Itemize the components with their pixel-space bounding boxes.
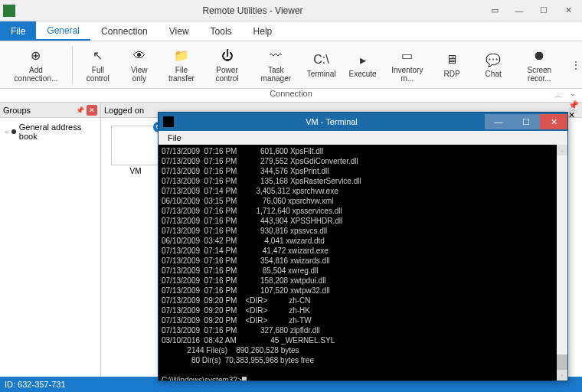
groups-header: Groups [3,106,31,115]
logged-on-header: Logged on [104,106,144,115]
terminal-title: VM - Terminal [178,117,485,126]
ribbon-toggle-icon[interactable]: ▭ [484,3,505,18]
ribbon-view-only[interactable]: 👁View only [119,46,160,84]
ribbon-terminal[interactable]: C:\Terminal [301,50,342,80]
rdp-icon: 🖥 [443,51,460,68]
terminal-icon: C:\ [313,51,330,68]
ribbon-screen-recor-[interactable]: ⏺Screen recor... [514,46,564,84]
tab-connection[interactable]: Connection [90,21,159,41]
status-dot-icon [11,129,16,134]
activity-icon: 〰 [267,47,284,64]
terminal-maximize-button[interactable]: ☐ [512,114,540,129]
connection-thumbnail[interactable]: ↻ VM [109,126,162,175]
terminal-file-menu[interactable]: File [163,133,186,142]
plus-circle-icon: ⊕ [28,47,44,64]
tab-tools[interactable]: Tools [200,21,243,41]
app-icon [3,5,15,17]
ribbon-execute[interactable]: ▸Execute [342,50,384,80]
ribbon-section-label: Connection [270,89,312,98]
terminal-minimize-button[interactable]: — [485,114,512,129]
terminal-cursor [242,377,247,381]
ribbon-expand-icon[interactable]: ⌄ [570,90,576,97]
ribbon-chat[interactable]: 💬Chat [472,50,514,80]
scrollbar-thumb[interactable] [557,354,567,370]
terminal-window[interactable]: VM - Terminal — ☐ ✕ File 07/13/2009 07:1… [158,112,568,381]
minimize-button[interactable]: — [508,3,530,18]
ribbon-inventory-m-[interactable]: ▭Inventory m... [384,46,432,84]
scroll-up-icon[interactable]: ▴ [557,145,567,155]
terminal-output[interactable]: 07/13/2009 07:16 PM 601,600 XpsFilt.dll … [159,145,567,381]
inventory-icon: ▭ [399,47,416,64]
play-icon: ▸ [355,51,371,68]
window-title: Remote Utilities - Viewer [21,5,484,16]
record-icon: ⏺ [531,47,548,64]
terminal-icon [163,116,174,127]
tree-collapse-icon[interactable]: − [5,128,8,136]
close-panel-icon[interactable]: ✕ [87,105,97,116]
file-menu[interactable]: File [0,21,36,41]
scroll-down-icon[interactable]: ▾ [557,370,567,381]
pin-icon[interactable]: 📌 [74,105,85,116]
ribbon-file-transfer[interactable]: 📁File transfer [160,46,203,84]
tree-item-address-book[interactable]: − General address book [3,121,97,142]
terminal-scrollbar[interactable]: ▴▾ [557,145,567,381]
eye-icon: 👁 [131,47,148,64]
add-connection-button[interactable]: ⊕ Add connection... [5,46,67,84]
ribbon-power-control[interactable]: ⏻Power control [203,46,251,84]
thumbnail-label: VM [130,167,142,175]
tab-view[interactable]: View [159,21,200,41]
ribbon-rdp[interactable]: 🖥RDP [431,50,472,80]
chat-icon: 💬 [485,51,502,68]
tab-general[interactable]: General [36,21,90,41]
collapse-up-icon[interactable]: ︿ [570,104,577,115]
folder-icon: 📁 [173,47,190,64]
tab-help[interactable]: Help [243,21,283,41]
ribbon-full-control[interactable]: ↖Full control [77,46,119,84]
power-icon: ⏻ [219,47,236,64]
collapse-up-icon[interactable]: ︿ [554,90,562,101]
maximize-button[interactable]: ☐ [533,3,554,18]
terminal-close-button[interactable]: ✕ [540,114,567,129]
ribbon-more-icon[interactable]: ⋮ [570,59,583,71]
close-button[interactable]: ✕ [557,3,579,18]
ribbon-task-manager[interactable]: 〰Task manager [251,46,300,84]
cursor-icon: ↖ [90,47,106,64]
thumbnail-frame: ↻ [111,126,160,165]
status-id: ID: 632-357-731 [5,380,66,389]
